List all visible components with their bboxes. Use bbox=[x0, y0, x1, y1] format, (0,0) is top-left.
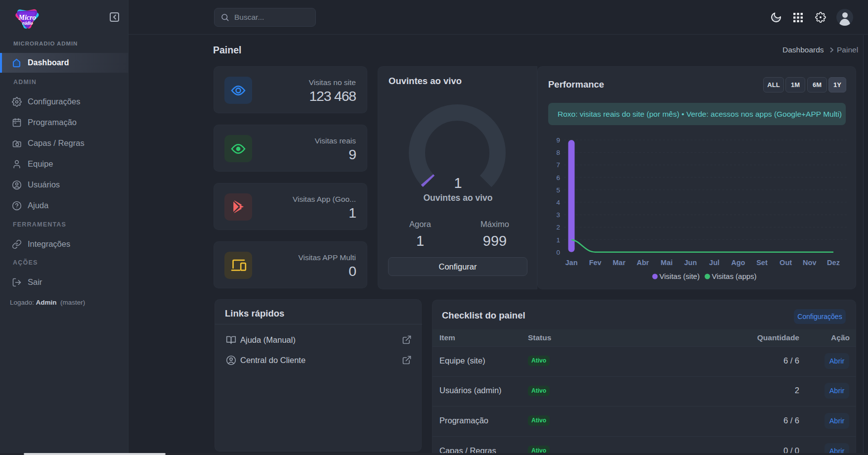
svg-text:Mai: Mai bbox=[661, 259, 673, 267]
svg-text:Jan: Jan bbox=[565, 259, 578, 267]
svg-text:Mar: Mar bbox=[613, 259, 626, 267]
svg-text:7: 7 bbox=[556, 161, 560, 169]
svg-text:rádio: rádio bbox=[22, 20, 33, 26]
svg-text:9: 9 bbox=[556, 136, 560, 144]
svg-text:Visitas (apps): Visitas (apps) bbox=[712, 272, 757, 280]
svg-text:Nov: Nov bbox=[803, 259, 816, 267]
svg-text:4: 4 bbox=[556, 199, 560, 206]
svg-text:Set: Set bbox=[756, 259, 768, 267]
svg-text:2: 2 bbox=[556, 224, 560, 231]
svg-text:Jun: Jun bbox=[684, 259, 697, 267]
svg-text:Jul: Jul bbox=[709, 259, 720, 267]
svg-text:0: 0 bbox=[556, 249, 560, 256]
svg-text:Out: Out bbox=[780, 259, 792, 267]
svg-text:Fev: Fev bbox=[589, 259, 602, 267]
svg-text:Ago: Ago bbox=[731, 259, 745, 267]
svg-text:Abr: Abr bbox=[637, 259, 649, 267]
svg-text:3: 3 bbox=[556, 211, 560, 219]
svg-text:Visitas (site): Visitas (site) bbox=[659, 272, 699, 280]
svg-text:Dez: Dez bbox=[827, 259, 840, 267]
svg-text:8: 8 bbox=[556, 149, 560, 156]
svg-text:1: 1 bbox=[556, 236, 560, 244]
svg-text:5: 5 bbox=[556, 186, 560, 194]
svg-text:6: 6 bbox=[556, 174, 560, 182]
